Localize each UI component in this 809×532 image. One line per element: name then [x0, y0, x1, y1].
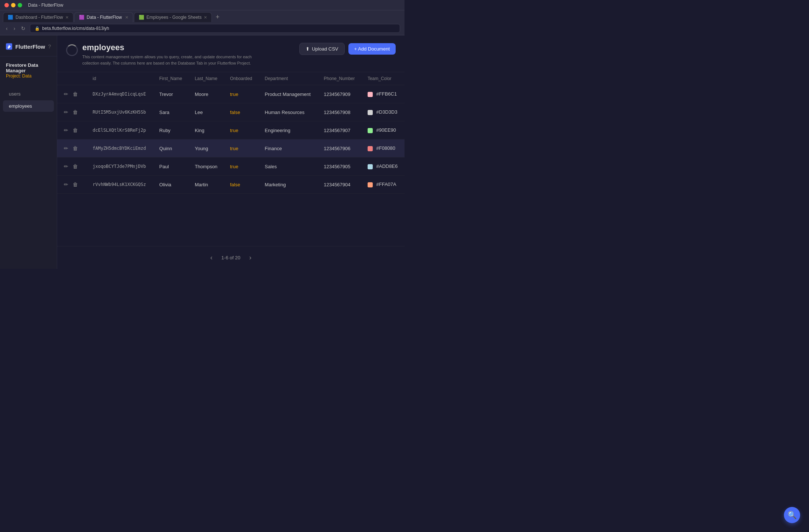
- tab-data[interactable]: 🟪 Data - FlutterFlow ✕: [74, 12, 133, 22]
- content-header: employees This content management system…: [57, 35, 404, 72]
- add-document-button[interactable]: + Add Document: [348, 43, 396, 55]
- color-swatch: [368, 164, 373, 169]
- tab-favicon: 🟪: [79, 15, 85, 20]
- row-actions: ✏ 🗑: [57, 139, 87, 158]
- edit-button[interactable]: ✏: [63, 145, 69, 152]
- edit-button[interactable]: ✏: [63, 127, 69, 134]
- cell-onboarded: true: [224, 139, 259, 158]
- cell-team-color: #ADD8E6: [362, 158, 404, 176]
- sidebar-item-employees[interactable]: employees: [3, 100, 54, 112]
- tab-label: Data - FlutterFlow: [87, 15, 122, 20]
- sidebar-item-users[interactable]: users: [3, 88, 54, 100]
- color-swatch: [368, 146, 373, 151]
- color-swatch: [368, 182, 373, 187]
- edit-button[interactable]: ✏: [63, 90, 69, 98]
- tab-close-button[interactable]: ✕: [125, 15, 128, 20]
- tab-dashboard[interactable]: 🟦 Dashboard - FlutterFlow ✕: [3, 12, 73, 22]
- edit-button[interactable]: ✏: [63, 181, 69, 188]
- cell-department: Sales: [259, 158, 318, 176]
- cell-first-name: Paul: [154, 158, 189, 176]
- delete-button[interactable]: 🗑: [72, 108, 79, 116]
- cell-last-name: Lee: [189, 103, 224, 121]
- minimize-window-button[interactable]: [11, 3, 16, 7]
- reload-button[interactable]: ↻: [20, 25, 27, 32]
- cell-last-name: Martin: [189, 176, 224, 194]
- cell-onboarded: true: [224, 158, 259, 176]
- delete-button[interactable]: 🗑: [72, 145, 79, 152]
- color-label: #90EE90: [376, 127, 396, 133]
- browser-chrome: 🟦 Dashboard - FlutterFlow ✕ 🟪 Data - Flu…: [0, 10, 404, 35]
- cell-id: dcElSLXQtlKrS8ReFj2p: [87, 121, 154, 139]
- col-actions: [57, 72, 87, 85]
- maximize-window-button[interactable]: [18, 3, 22, 7]
- col-last-name: Last_Name: [189, 72, 224, 85]
- tab-close-button[interactable]: ✕: [65, 15, 69, 20]
- flutterflow-logo: [6, 41, 12, 52]
- table-row: ✏ 🗑 RUtI5M5uxjUv6KzKH5Sb Sara Lee false …: [57, 103, 404, 121]
- edit-button[interactable]: ✏: [63, 108, 69, 116]
- forward-button[interactable]: ›: [12, 25, 17, 32]
- cell-id: RUtI5M5uxjUv6KzKH5Sb: [87, 103, 154, 121]
- tab-label: Employees - Google Sheets: [147, 15, 202, 20]
- help-icon[interactable]: ?: [48, 44, 51, 49]
- table-wrapper: id First_Name Last_Name Onboarded Depart…: [57, 72, 404, 246]
- row-actions: ✏ 🗑: [57, 121, 87, 139]
- cell-last-name: Young: [189, 139, 224, 158]
- address-bar[interactable]: 🔒 beta.flutterflow.io/cms/data-813iyh: [30, 24, 400, 33]
- next-page-button[interactable]: ›: [246, 252, 254, 263]
- table-header: id First_Name Last_Name Onboarded Depart…: [57, 72, 404, 85]
- pagination: ‹ 1-6 of 20 ›: [57, 246, 404, 269]
- cell-onboarded: false: [224, 176, 259, 194]
- cell-department: Product Management: [259, 85, 318, 103]
- cell-last-name: Moore: [189, 85, 224, 103]
- sidebar-manager-title: Firestore Data Manager: [6, 62, 51, 73]
- close-window-button[interactable]: [4, 3, 9, 7]
- col-onboarded: Onboarded: [224, 72, 259, 85]
- lock-icon: 🔒: [35, 26, 40, 31]
- table-row: ✏ 🗑 rVvhNWb94LsK1XCKGQSz Olivia Martin f…: [57, 176, 404, 194]
- loading-spinner: [66, 44, 78, 56]
- prev-page-button[interactable]: ‹: [207, 252, 216, 263]
- brand-name: FlutterFlow: [15, 44, 45, 50]
- delete-button[interactable]: 🗑: [72, 90, 79, 98]
- delete-button[interactable]: 🗑: [72, 163, 79, 170]
- edit-button[interactable]: ✏: [63, 163, 69, 170]
- cell-team-color: #FFB6C1: [362, 85, 404, 103]
- col-department: Department: [259, 72, 318, 85]
- title-bar: Data - FlutterFlow: [0, 0, 404, 10]
- cell-phone: 1234567909: [318, 85, 362, 103]
- collection-description: This content management system allows yo…: [82, 54, 267, 66]
- address-bar-row: ‹ › ↻ 🔒 beta.flutterflow.io/cms/data-813…: [0, 23, 404, 35]
- color-label: #F08080: [376, 145, 395, 151]
- cell-team-color: #D3D3D3: [362, 103, 404, 121]
- cell-onboarded: true: [224, 121, 259, 139]
- row-actions: ✏ 🗑: [57, 103, 87, 121]
- tabs-row: 🟦 Dashboard - FlutterFlow ✕ 🟪 Data - Flu…: [0, 10, 404, 23]
- color-swatch: [368, 110, 373, 115]
- col-phone: Phone_Number: [318, 72, 362, 85]
- cell-first-name: Ruby: [154, 121, 189, 139]
- tab-sheets[interactable]: 🟩 Employees - Google Sheets ✕: [134, 12, 212, 22]
- row-actions: ✏ 🗑: [57, 176, 87, 194]
- add-document-label: + Add Document: [354, 46, 390, 52]
- cell-id: DXzJyrA4mvqDIicqLqsE: [87, 85, 154, 103]
- nav-item-label: employees: [9, 103, 32, 109]
- delete-button[interactable]: 🗑: [72, 181, 79, 188]
- collection-title-area: employees This content management system…: [66, 43, 267, 66]
- cell-team-color: #FFA07A: [362, 176, 404, 194]
- back-button[interactable]: ‹: [4, 25, 9, 32]
- cell-first-name: Quinn: [154, 139, 189, 158]
- upload-csv-button[interactable]: ⬆ Upload CSV: [299, 43, 345, 55]
- col-id: id: [87, 72, 154, 85]
- cell-department: Marketing: [259, 176, 318, 194]
- table-row: ✏ 🗑 jxoqoBCYTJde7PMnjDVb Paul Thompson t…: [57, 158, 404, 176]
- delete-button[interactable]: 🗑: [72, 127, 79, 134]
- tab-close-button[interactable]: ✕: [204, 15, 207, 20]
- new-tab-button[interactable]: +: [213, 12, 223, 23]
- color-label: #FFA07A: [376, 182, 396, 187]
- cell-first-name: Olivia: [154, 176, 189, 194]
- upload-csv-label: Upload CSV: [312, 46, 338, 52]
- cell-department: Finance: [259, 139, 318, 158]
- collection-info: employees This content management system…: [82, 43, 267, 66]
- color-label: #ADD8E6: [376, 163, 398, 169]
